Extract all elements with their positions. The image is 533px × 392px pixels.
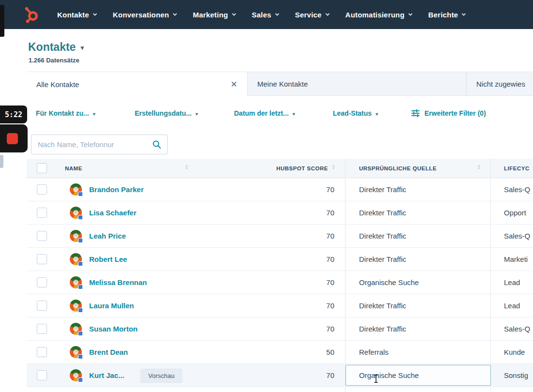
- source-cell[interactable]: Direkter Traffic: [359, 325, 406, 333]
- row-checkbox[interactable]: [37, 370, 47, 380]
- preview-button[interactable]: Vorschau: [141, 369, 182, 383]
- chevron-down-icon: [173, 12, 177, 15]
- score-cell: 70: [245, 371, 334, 379]
- contact-name-link[interactable]: Kurt Jac...: [89, 371, 125, 379]
- tab-meine-kontakte[interactable]: Meine Kontakte: [248, 72, 466, 96]
- row-checkbox[interactable]: [37, 208, 47, 218]
- nav-item-service[interactable]: Service: [295, 11, 329, 19]
- source-cell[interactable]: Organische Suche: [359, 371, 419, 379]
- table-body: Brandon Parker70Direkter TrafficSales-QL…: [27, 178, 533, 387]
- search-input[interactable]: [38, 140, 152, 149]
- column-header-lifecycle[interactable]: LIFECYC: [504, 166, 530, 171]
- row-checkbox[interactable]: [37, 254, 47, 264]
- lifecycle-cell: Opport: [504, 209, 526, 217]
- advanced-filters-button[interactable]: Erweiterte Filter (0): [411, 107, 486, 120]
- table-row: Robert Lee70Direkter TrafficMarketi: [27, 248, 533, 271]
- table-row: Brent Dean50ReferralsKunde: [27, 341, 533, 364]
- row-checkbox[interactable]: [37, 277, 47, 287]
- column-header-score[interactable]: HUBSPOT SCORE: [230, 166, 328, 171]
- hubspot-logo-icon[interactable]: [22, 5, 40, 24]
- contact-name-link[interactable]: Susan Morton: [89, 325, 138, 333]
- recording-timer: 5:22: [0, 106, 27, 123]
- score-cell: 70: [245, 325, 334, 333]
- search-icon[interactable]: [152, 140, 161, 149]
- column-header-name[interactable]: NAME: [65, 166, 82, 171]
- avatar-badge: [78, 354, 83, 359]
- page-title-text: Kontakte: [28, 41, 76, 54]
- recording-timer-value: 5:22: [5, 110, 22, 119]
- row-checkbox[interactable]: [37, 347, 47, 357]
- nav-item-berichte[interactable]: Berichte: [428, 11, 466, 19]
- nav-item-kontakte[interactable]: Kontakte: [57, 11, 96, 19]
- source-cell[interactable]: Organische Suche: [359, 278, 419, 286]
- sort-icon[interactable]: ▲▼: [332, 164, 335, 169]
- contact-avatar-icon: [70, 323, 82, 335]
- table-row: Lisa Schaefer70Direkter TrafficOpport: [27, 201, 533, 225]
- lifecycle-cell: Kunde: [504, 348, 525, 356]
- contact-name-link[interactable]: Brent Dean: [89, 348, 128, 356]
- source-cell[interactable]: Direkter Traffic: [359, 302, 406, 310]
- row-checkbox[interactable]: [37, 231, 47, 241]
- nav-item-label: Kontakte: [57, 11, 89, 19]
- nav-item-label: Service: [295, 11, 322, 19]
- source-cell[interactable]: Referrals: [359, 348, 389, 356]
- avatar-badge: [78, 215, 83, 220]
- table-row: Brandon Parker70Direkter TrafficSales-Q: [27, 178, 533, 201]
- sort-icon[interactable]: ▲▼: [477, 164, 480, 169]
- nav-item-konversationen[interactable]: Konversationen: [113, 11, 176, 19]
- contact-avatar-icon: [70, 207, 82, 219]
- nav-item-automatisierung[interactable]: Automatisierung: [345, 11, 412, 19]
- close-tab-icon[interactable]: ✕: [231, 79, 237, 90]
- source-cell[interactable]: Direkter Traffic: [359, 209, 406, 217]
- caret-down-icon: ▾: [195, 111, 198, 117]
- tab-alle-kontakte[interactable]: Alle Kontakte ✕: [27, 72, 248, 96]
- caret-down-icon: ▾: [376, 111, 378, 117]
- lifecycle-cell: Marketi: [504, 255, 528, 263]
- contact-avatar-icon: [70, 183, 82, 196]
- quick-filter-label: Erstellungsdatu...: [135, 109, 191, 117]
- contact-name-link[interactable]: Brandon Parker: [89, 185, 144, 194]
- column-header-source[interactable]: URSPRÜNGLICHE QUELLE: [359, 166, 437, 171]
- source-cell[interactable]: Direkter Traffic: [359, 255, 406, 263]
- table-row: Melissa Brennan70Organische SucheLead: [27, 271, 533, 294]
- nav-item-label: Sales: [252, 11, 271, 19]
- table-header: NAME ▲▼ HUBSPOT SCORE ▲▼ URSPRÜNGLICHE Q…: [27, 159, 533, 178]
- nav-item-sales[interactable]: Sales: [252, 11, 279, 19]
- caret-down-icon: ▾: [93, 111, 95, 117]
- nav-item-label: Marketing: [193, 11, 228, 19]
- contact-name-link[interactable]: Melissa Brennan: [89, 278, 147, 286]
- view-tabbar: Alle Kontakte ✕ Meine Kontakte Nicht zug…: [27, 72, 533, 96]
- stop-recording-button[interactable]: [0, 124, 28, 152]
- avatar-badge: [78, 238, 83, 243]
- sort-icon[interactable]: ▲▼: [185, 164, 188, 169]
- source-cell[interactable]: Direkter Traffic: [359, 185, 406, 194]
- avatar-badge: [78, 261, 83, 266]
- chevron-down-icon: [462, 12, 466, 15]
- nav-item-label: Berichte: [428, 11, 458, 19]
- row-checkbox[interactable]: [37, 184, 47, 195]
- quick-filter-2[interactable]: Erstellungsdatu...▾: [135, 107, 198, 120]
- nav-item-marketing[interactable]: Marketing: [193, 11, 235, 19]
- hubspot-contacts-page: KontakteKonversationenMarketingSalesServ…: [0, 0, 533, 392]
- select-all-checkbox[interactable]: [37, 163, 47, 173]
- contact-avatar-icon: [70, 230, 82, 242]
- quick-filter-3[interactable]: Datum der letzt...▾: [234, 107, 295, 120]
- contact-name-link[interactable]: Laura Mullen: [89, 302, 134, 310]
- row-checkbox[interactable]: [37, 301, 47, 311]
- score-cell: 70: [245, 185, 334, 194]
- contact-name-link[interactable]: Robert Lee: [89, 255, 127, 263]
- tab-nicht-zugewiesen[interactable]: Nicht zugewies: [466, 72, 533, 96]
- contact-avatar-icon: [70, 300, 82, 312]
- contact-name-link[interactable]: Lisa Schaefer: [89, 209, 137, 217]
- record-count: 1.266 Datensätze: [29, 57, 79, 64]
- row-checkbox[interactable]: [37, 324, 47, 334]
- contact-name-link[interactable]: Leah Price: [89, 232, 126, 240]
- quick-filter-1[interactable]: Für Kontakt zu...▾: [36, 107, 95, 120]
- quick-filter-4[interactable]: Lead-Status▾: [333, 107, 378, 120]
- source-cell[interactable]: Direkter Traffic: [359, 232, 406, 240]
- column-divider: [490, 159, 491, 392]
- recorder-collapse-handle[interactable]: [0, 155, 3, 168]
- nav-item-label: Automatisierung: [345, 11, 405, 19]
- avatar-badge: [78, 192, 83, 196]
- page-title[interactable]: Kontakte ▾: [28, 41, 84, 54]
